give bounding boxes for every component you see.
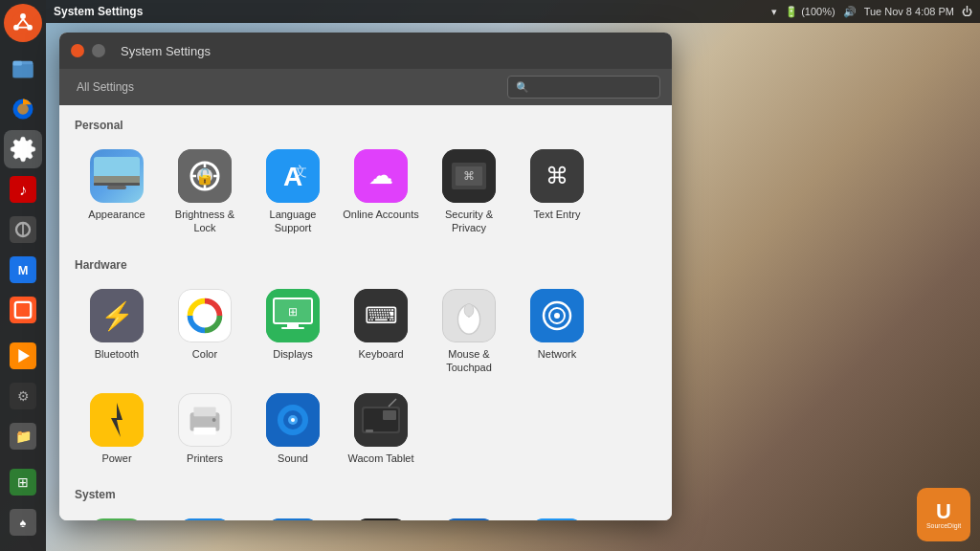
settings-window: System Settings All Settings 🔍 Personal …	[59, 33, 672, 520]
security-icon: ⌘	[442, 149, 496, 203]
settings-item-time[interactable]: Time & Date	[339, 511, 423, 520]
svg-rect-8	[13, 64, 33, 77]
settings-item-color[interactable]: Color	[163, 281, 247, 383]
taskbar-app12[interactable]: ♠	[4, 503, 42, 541]
settings-item-mouse[interactable]: Mouse & Touchpad	[427, 281, 511, 383]
search-box[interactable]: 🔍	[507, 76, 660, 99]
svg-rect-20	[10, 297, 36, 323]
taskbar-firefox[interactable]	[4, 90, 42, 128]
settings-item-text-entry[interactable]: ⌘ Text Entry	[515, 142, 599, 243]
svg-rect-92	[178, 518, 232, 520]
taskbar-files[interactable]	[4, 50, 42, 88]
settings-item-software[interactable]: ⤵ Software & Updates	[251, 511, 335, 520]
svg-text:文: 文	[294, 164, 307, 179]
settings-item-keyboard[interactable]: ⌨ Keyboard	[339, 281, 423, 383]
svg-rect-54	[179, 290, 231, 342]
mouse-label: Mouse & Touchpad	[431, 347, 507, 375]
settings-item-brightness[interactable]: 🔓 Brightness & Lock	[163, 142, 247, 243]
svg-rect-76	[193, 408, 215, 417]
svg-rect-60	[281, 327, 304, 329]
svg-text:☁: ☁	[368, 161, 393, 189]
taskbar-bottom-area	[4, 543, 42, 551]
svg-text:M: M	[18, 263, 29, 277]
color-label: Color	[192, 347, 217, 361]
svg-rect-77	[193, 428, 215, 435]
online-accounts-icon: ☁	[354, 149, 408, 203]
top-panel-app-title: System Settings	[54, 5, 143, 18]
backups-icon	[90, 518, 144, 520]
svg-text:⊞: ⊞	[288, 305, 298, 319]
settings-item-appearance[interactable]: Appearance	[75, 142, 159, 243]
taskbar-app6[interactable]	[4, 210, 42, 249]
software-icon: ⤵	[266, 518, 320, 520]
search-input[interactable]	[533, 77, 652, 98]
settings-item-bluetooth[interactable]: ⚡ Bluetooth	[75, 281, 159, 383]
settings-item-network[interactable]: Network	[515, 281, 599, 383]
language-label: Language Support	[255, 208, 331, 235]
taskbar-vlc[interactable]	[4, 337, 42, 375]
taskbar-app7[interactable]: M	[4, 251, 42, 289]
settings-item-language[interactable]: A文 Language Support	[251, 142, 335, 243]
source-digit-letter: U	[936, 501, 951, 522]
svg-point-67	[464, 303, 474, 317]
settings-item-power[interactable]: Power	[75, 386, 159, 473]
svg-rect-88	[366, 430, 373, 432]
hardware-grid: ⚡ Bluetooth Color ⊞ Displays ⌨	[75, 281, 657, 474]
settings-item-backups[interactable]: Backups	[75, 511, 159, 520]
svg-rect-35	[94, 183, 140, 186]
taskbar-ubuntu-logo[interactable]	[4, 4, 42, 42]
window-minimize-button[interactable]	[92, 44, 105, 57]
svg-text:⚙: ⚙	[17, 388, 30, 404]
security-label: Security & Privacy	[431, 208, 507, 235]
section-title-system: System	[75, 488, 657, 501]
settings-item-user-accounts[interactable]: User Accounts	[515, 511, 599, 520]
displays-icon: ⊞	[266, 289, 320, 342]
universal-icon	[442, 518, 496, 520]
settings-item-printers[interactable]: Printers	[163, 386, 247, 473]
taskbar-app5[interactable]: ♪	[4, 170, 42, 209]
taskbar-app8[interactable]	[4, 291, 42, 329]
settings-item-wacom[interactable]: Wacom Tablet	[339, 386, 423, 473]
taskbar-app9[interactable]: ⚙	[4, 377, 42, 415]
svg-point-83	[291, 418, 295, 422]
bluetooth-icon: ⚡	[90, 289, 144, 342]
top-panel-volume: 🔊	[843, 6, 857, 18]
taskbar-system-settings[interactable]	[4, 130, 42, 168]
settings-item-security[interactable]: ⌘ Security & Privacy	[427, 142, 511, 243]
settings-item-universal[interactable]: Universal Access	[427, 511, 511, 520]
user-accounts-icon	[530, 518, 584, 520]
top-panel-battery: 🔋 (100%)	[785, 6, 835, 18]
svg-rect-110	[530, 518, 584, 520]
section-title-hardware: Hardware	[75, 258, 657, 272]
svg-text:⌨: ⌨	[365, 302, 398, 328]
bluetooth-label: Bluetooth	[95, 347, 139, 361]
top-panel-right: ▾ 🔋 (100%) 🔊 Tue Nov 8 4:08 PM ⏻	[771, 6, 972, 18]
title-bar: System Settings	[59, 33, 672, 69]
settings-item-details[interactable]: Details	[163, 511, 247, 520]
settings-item-sound[interactable]: Sound	[251, 386, 335, 473]
all-settings-button[interactable]: All Settings	[71, 77, 140, 98]
source-digit-watermark: U SourceDigit	[917, 488, 970, 541]
svg-rect-104	[442, 518, 496, 520]
taskbar-trash[interactable]	[4, 543, 42, 551]
online-accounts-label: Online Accounts	[343, 208, 419, 221]
settings-item-displays[interactable]: ⊞ Displays	[251, 281, 335, 383]
taskbar-app11[interactable]: ⊞	[4, 463, 42, 501]
taskbar-app10[interactable]: 📁	[4, 417, 42, 455]
svg-text:🔓: 🔓	[195, 167, 214, 186]
brightness-label: Brightness & Lock	[167, 208, 243, 235]
settings-item-online-accounts[interactable]: ☁ Online Accounts	[339, 142, 423, 243]
appearance-label: Appearance	[88, 208, 145, 221]
section-title-personal: Personal	[75, 119, 657, 132]
printers-icon	[178, 393, 232, 447]
time-icon	[354, 518, 408, 520]
svg-rect-36	[107, 186, 126, 189]
window-close-button[interactable]	[71, 44, 84, 57]
brightness-icon: 🔓	[178, 149, 232, 203]
sound-label: Sound	[278, 452, 308, 465]
svg-text:📁: 📁	[15, 429, 33, 445]
top-panel: System Settings ▾ 🔋 (100%) 🔊 Tue Nov 8 4…	[46, 0, 980, 23]
svg-text:⚡: ⚡	[100, 300, 134, 332]
wacom-label: Wacom Tablet	[347, 452, 413, 465]
printers-label: Printers	[187, 452, 223, 465]
